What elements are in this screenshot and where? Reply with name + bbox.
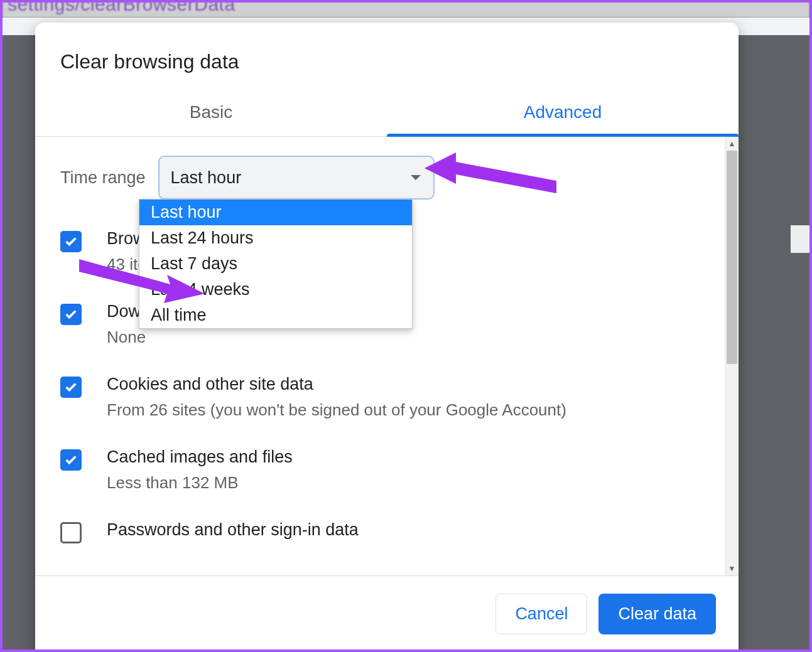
checkbox-passwords[interactable]: [60, 522, 82, 543]
clear-browsing-data-dialog: Clear browsing data Basic Advanced Time …: [35, 23, 739, 652]
address-bar-fragment: settings/clearBrowserData: [3, 0, 809, 18]
scrollbar[interactable]: ▲ ▼: [725, 137, 739, 575]
tabs: Basic Advanced: [35, 91, 739, 137]
dialog-content: Time range Last hour Last hour Last 24 h…: [35, 137, 725, 575]
checkbox-browsing-history[interactable]: [60, 231, 82, 252]
time-range-option[interactable]: Last 24 hours: [139, 225, 412, 251]
dialog-footer: Cancel Clear data: [35, 575, 739, 652]
check-icon: [64, 307, 78, 321]
time-range-option[interactable]: Last 4 weeks: [139, 277, 412, 302]
item-title: Cookies and other site data: [107, 373, 700, 395]
check-icon: [64, 235, 78, 249]
checkbox-cookies[interactable]: [60, 377, 82, 398]
time-range-row: Time range Last hour: [60, 156, 700, 200]
cancel-button[interactable]: Cancel: [495, 594, 587, 634]
item-subtitle: Less than 132 MB: [107, 472, 700, 493]
list-item: Passwords and other sign-in data: [60, 518, 700, 543]
list-item: Cached images and files Less than 132 MB: [60, 446, 700, 493]
checkbox-download-history[interactable]: [60, 304, 82, 325]
time-range-select[interactable]: Last hour: [158, 156, 435, 200]
item-title: Passwords and other sign-in data: [107, 518, 700, 541]
checkbox-cached-images[interactable]: [60, 449, 82, 471]
time-range-selected-value: Last hour: [171, 168, 242, 188]
scroll-up-icon[interactable]: ▲: [725, 137, 739, 151]
check-icon: [64, 380, 78, 394]
item-title: Cached images and files: [107, 446, 700, 468]
list-item: Cookies and other site data From 26 site…: [60, 373, 700, 420]
tab-advanced[interactable]: Advanced: [387, 91, 739, 136]
item-subtitle: None: [107, 326, 700, 348]
time-range-dropdown: Last hour Last 24 hours Last 7 days Last…: [139, 199, 413, 329]
tab-basic[interactable]: Basic: [35, 91, 387, 136]
time-range-option[interactable]: Last 7 days: [139, 251, 412, 277]
time-range-option[interactable]: All time: [139, 302, 412, 328]
time-range-option[interactable]: Last hour: [139, 200, 412, 225]
check-icon: [64, 453, 78, 467]
clear-data-button[interactable]: Clear data: [598, 594, 716, 634]
background-strip: [791, 225, 809, 253]
chevron-down-icon: [411, 175, 421, 180]
time-range-label: Time range: [60, 168, 146, 188]
scroll-down-icon[interactable]: ▼: [725, 562, 739, 575]
scroll-thumb[interactable]: [727, 151, 737, 364]
dialog-title: Clear browsing data: [35, 23, 739, 91]
item-subtitle: From 26 sites (you won't be signed out o…: [107, 399, 700, 420]
